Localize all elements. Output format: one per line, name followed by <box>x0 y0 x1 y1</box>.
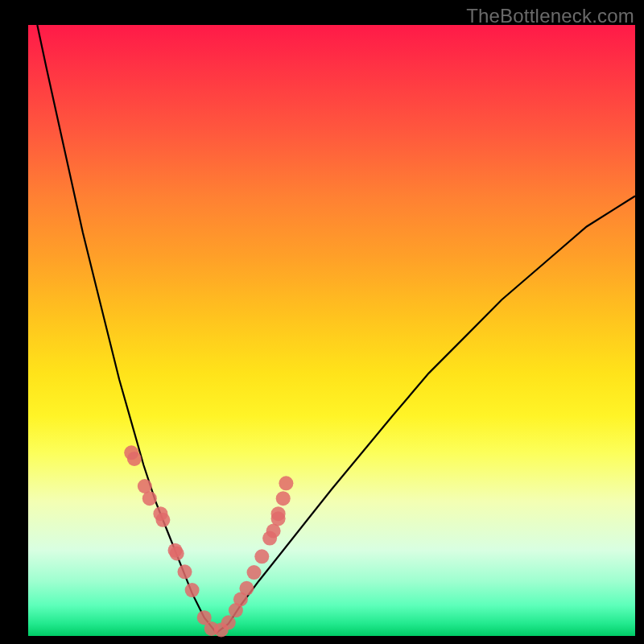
data-point <box>127 452 142 466</box>
data-point <box>155 513 170 527</box>
data-point-group <box>124 445 293 637</box>
data-point <box>247 565 262 580</box>
data-point <box>276 491 291 506</box>
data-point <box>279 476 293 490</box>
plot-area <box>28 25 635 636</box>
data-point <box>142 491 157 506</box>
data-point <box>239 581 254 596</box>
watermark-text: TheBottleneck.com <box>466 5 634 27</box>
data-point <box>271 506 286 521</box>
chart-frame: TheBottleneck.com <box>0 0 644 644</box>
data-point <box>185 583 200 597</box>
bottleneck-curve <box>37 25 635 633</box>
chart-svg <box>28 25 635 636</box>
data-point <box>178 564 192 579</box>
data-point <box>170 547 184 561</box>
data-point <box>221 615 236 630</box>
data-point <box>254 549 269 564</box>
